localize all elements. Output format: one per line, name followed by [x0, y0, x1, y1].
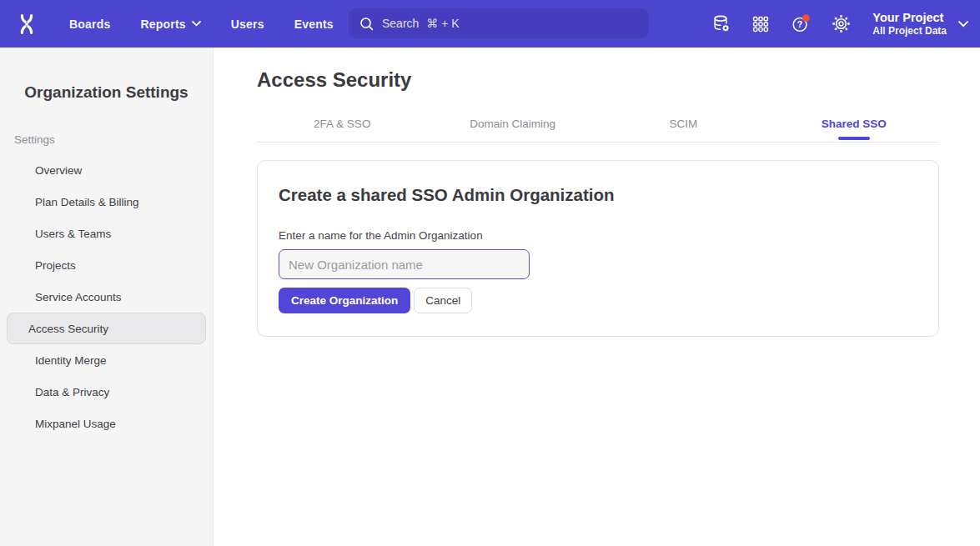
tab-domain-claiming[interactable]: Domain Claiming [428, 106, 599, 142]
org-name-field-label: Enter a name for the Admin Organization [279, 229, 917, 242]
search-input[interactable]: Search ⌘ + K [349, 8, 649, 38]
nav-item-events[interactable]: Events [294, 18, 334, 31]
nav-label: Reports [140, 18, 185, 31]
active-tab-indicator [838, 137, 870, 140]
nav-item-reports[interactable]: Reports [140, 18, 200, 31]
create-sso-admin-org-card: Create a shared SSO Admin Organization E… [257, 160, 939, 337]
page-title: Access Security [257, 68, 939, 92]
mixpanel-logo[interactable] [13, 11, 40, 38]
chevron-down-icon [192, 21, 201, 27]
tab-label: 2FA & SSO [314, 118, 370, 130]
nav-item-users[interactable]: Users [231, 18, 264, 31]
cancel-button[interactable]: Cancel [414, 288, 472, 313]
search-placeholder: Search [382, 17, 419, 30]
create-organization-button[interactable]: Create Organization [279, 288, 410, 313]
sidebar-item-users-teams[interactable]: Users & Teams [7, 218, 206, 249]
nav-label: Events [294, 18, 334, 31]
tab-label: Shared SSO [822, 118, 887, 130]
apps-menu-button[interactable] [751, 14, 771, 34]
nav-label: Boards [69, 18, 110, 31]
top-navigation-bar: Boards Reports Users Events Search ⌘ + K [0, 0, 980, 48]
nav-label: Users [231, 18, 264, 31]
org-name-input[interactable] [279, 249, 530, 279]
sidebar-item-plan-details-billing[interactable]: Plan Details & Billing [7, 186, 206, 218]
tab-2fa-sso[interactable]: 2FA & SSO [257, 106, 428, 142]
search-shortcut: ⌘ + K [426, 17, 459, 30]
apps-grid-icon [751, 15, 770, 33]
main-content: Access Security 2FA & SSO Domain Claimin… [214, 48, 980, 546]
svg-text:?: ? [797, 19, 802, 29]
tab-shared-sso[interactable]: Shared SSO [769, 106, 940, 142]
sidebar-item-projects[interactable]: Projects [7, 249, 206, 281]
nav-item-boards[interactable]: Boards [69, 18, 110, 31]
sidebar-section-label: Settings [14, 133, 213, 146]
tab-scim[interactable]: SCIM [598, 106, 769, 142]
project-switcher[interactable]: Your Project All Project Data [872, 10, 968, 38]
data-management-button[interactable] [711, 14, 731, 34]
sidebar-nav-list: Overview Plan Details & Billing Users & … [0, 154, 213, 439]
search-icon [359, 16, 374, 32]
sidebar-title: Organization Settings [0, 83, 213, 102]
sidebar-item-service-accounts[interactable]: Service Accounts [7, 281, 206, 313]
help-button[interactable]: ? [791, 14, 811, 34]
settings-sidebar: Organization Settings Settings Overview … [0, 48, 214, 546]
topbar-actions: ? Your Project All Project Data [711, 0, 968, 48]
sidebar-item-mixpanel-usage[interactable]: Mixpanel Usage [7, 408, 206, 439]
sidebar-item-overview[interactable]: Overview [7, 154, 206, 186]
tab-label: SCIM [669, 118, 697, 130]
sidebar-item-identity-merge[interactable]: Identity Merge [7, 344, 206, 376]
project-name: Your Project [872, 10, 947, 25]
tab-label: Domain Claiming [470, 118, 555, 130]
access-security-tabs: 2FA & SSO Domain Claiming SCIM Shared SS… [257, 106, 939, 143]
help-icon: ? [791, 13, 811, 34]
sidebar-item-access-security[interactable]: Access Security [7, 313, 206, 344]
settings-button[interactable] [831, 14, 851, 34]
project-data-scope: All Project Data [872, 25, 947, 38]
card-actions: Create Organization Cancel [279, 288, 917, 313]
database-gear-icon [711, 14, 731, 33]
chevron-down-icon [958, 21, 968, 28]
gear-icon [832, 14, 851, 33]
notification-dot [802, 14, 810, 22]
primary-nav: Boards Reports Users Events [69, 18, 334, 31]
card-title: Create a shared SSO Admin Organization [279, 185, 917, 205]
sidebar-item-data-privacy[interactable]: Data & Privacy [7, 376, 206, 408]
